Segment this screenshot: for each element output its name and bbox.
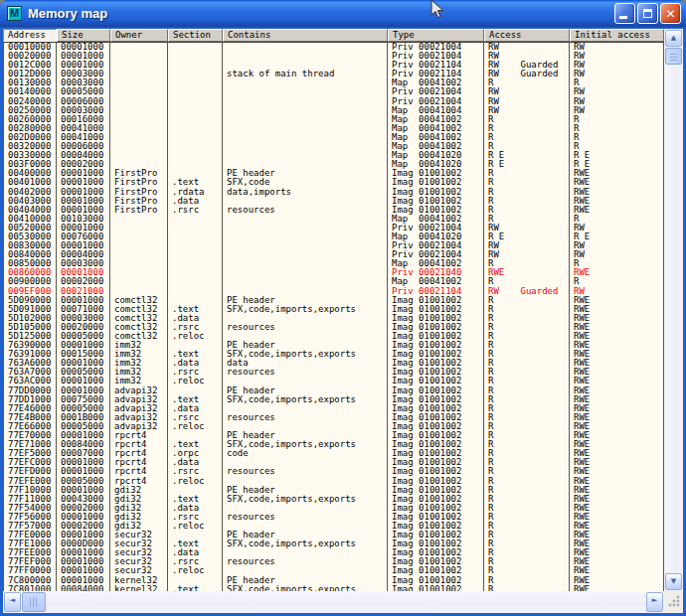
column-header-address[interactable]: Address (3, 29, 57, 42)
table-row[interactable]: 77F5400000002000gdi32.dataImag 01001002R… (3, 504, 664, 513)
table-row[interactable]: 0033000000004000Map 00041020R ER E (3, 151, 664, 160)
table-row[interactable]: 77E6600000005000advapi32.relocImag 01001… (3, 422, 664, 431)
resize-grip[interactable] (664, 591, 683, 613)
table-row[interactable]: 77EFC00000001000rpcrt4.dataImag 01001002… (3, 458, 664, 467)
cell-size: 00001000 (57, 557, 110, 566)
table-row[interactable]: 0084000000004000Priv 00021004RWRW (3, 250, 664, 259)
cell-access: R (484, 350, 570, 359)
table-row[interactable]: 77F1100000043000gdi32.textSFX,code,impor… (3, 495, 664, 504)
cell-size: 00020000 (57, 323, 110, 332)
table-row[interactable]: 0028000000041000Map 00041002RR (3, 124, 664, 133)
cell-size: 00041000 (57, 124, 110, 133)
cell-type: Imag 01001002 (388, 477, 484, 486)
table-row[interactable]: 0040300000001000FirstPro.dataImag 010010… (3, 197, 664, 206)
table-row[interactable]: 0026000000016000Map 00041002RR (3, 115, 664, 124)
table-row[interactable]: 763AC00000001000imm32.relocImag 01001002… (3, 377, 664, 385)
table-row[interactable]: 77FE000000001000secur32PE headerImag 010… (3, 531, 664, 539)
table-row[interactable]: 77E4B0000001B000advapi32.rsrcresourcesIm… (3, 413, 664, 422)
table-row[interactable]: 0053000000076000Map 00041020R ER E (3, 232, 664, 241)
cell-owner: gdi32 (110, 495, 168, 504)
table-row[interactable]: 0040000000001000FirstProPE headerImag 01… (3, 169, 664, 178)
table-row[interactable]: 77F5600000001000gdi32.rsrcresourcesImag … (3, 513, 664, 522)
table-row[interactable]: 0012C00000001000Priv 00021104RW GuardedR… (3, 61, 664, 70)
table-row[interactable]: 0012D00000003000stack of main threadPriv… (3, 70, 664, 78)
table-row[interactable]: 0040200000001000FirstPro.rdatadata,impor… (3, 188, 664, 197)
table-row[interactable]: 763A600000001000imm32.datadataImag 01001… (3, 359, 664, 368)
table-row[interactable]: 77F5700000002000gdi32.relocImag 01001002… (3, 522, 664, 531)
table-row[interactable]: 77DD100000075000advapi32.textSFX,code,im… (3, 395, 664, 404)
table-row[interactable]: 77E7000000001000rpcrt4PE headerImag 0100… (3, 431, 664, 440)
cell-section (168, 70, 223, 78)
vertical-scroll-track[interactable] (664, 65, 683, 572)
table-row[interactable]: 5D09100000071000comctl32.textSFX,code,im… (3, 305, 664, 314)
table-row[interactable]: 0083000000001000Priv 00021004RWRW (3, 241, 664, 250)
table-row[interactable]: 77EFD00000001000rpcrt4.rsrcresourcesImag… (3, 467, 664, 476)
table-row[interactable]: 77FF000000001000secur32.relocImag 010010… (3, 566, 664, 575)
table-row[interactable]: 0040400000001000FirstPro.rsrcresourcesIm… (3, 206, 664, 215)
vertical-scroll-thumb[interactable] (665, 48, 682, 65)
scroll-right-button[interactable]: ► (646, 592, 663, 612)
table-row[interactable]: 0041000000103000Map 00041002RR (3, 215, 664, 224)
table-row[interactable]: 5D10500000020000comctl32.rsrcresourcesIm… (3, 323, 664, 332)
scroll-up-button[interactable]: ▲ (665, 30, 682, 47)
close-button[interactable]: ✕ (660, 3, 681, 24)
horizontal-scroll-thumb[interactable] (22, 592, 46, 612)
table-row[interactable]: 5D09000000001000comctl32PE headerImag 01… (3, 296, 664, 305)
table-row[interactable]: 77FEF00000001000secur32.rsrcresourcesIma… (3, 557, 664, 566)
table-row[interactable]: 002D000000041000Map 00041002RR (3, 133, 664, 142)
column-header-owner[interactable]: Owner (110, 29, 168, 42)
cell-initial-access: RWE (570, 566, 664, 575)
cell-address: 00020000 (3, 52, 57, 61)
table-row[interactable]: 0040100000001000FirstPro.textSFX,codeIma… (3, 178, 664, 187)
table-row[interactable]: 77FEE00000001000secur32.dataImag 0100100… (3, 548, 664, 557)
table-row[interactable]: 0090000000002000Map 00041002RR (3, 277, 664, 286)
table-row[interactable]: 77EF500000007000rpcrt4.orpccodeImag 0100… (3, 449, 664, 458)
table-row[interactable]: 0024000000006000Priv 00021004RWRW (3, 97, 664, 106)
minimize-button[interactable] (614, 3, 635, 24)
table-row[interactable]: 77E7100000084000rpcrt4.textSFX,code,impo… (3, 440, 664, 449)
cell-owner (110, 160, 168, 169)
table-row[interactable]: 7C80000000001000kernel32PE headerImag 01… (3, 576, 664, 585)
scroll-left-button[interactable]: ◄ (4, 592, 21, 612)
table-row[interactable]: 0001000000001000Priv 00021004RWRW (3, 43, 664, 52)
table-row[interactable]: 009EF00000021000Priv 00021104RW GuardedR… (3, 287, 664, 296)
column-header-section[interactable]: Section (168, 29, 223, 42)
table-row[interactable]: 7639000000001000imm32PE headerImag 01001… (3, 341, 664, 350)
table-row[interactable]: 7639100000015000imm32.textSFX,code,impor… (3, 350, 664, 359)
column-header-type[interactable]: Type (388, 29, 484, 42)
table-row[interactable]: 0013000000003000Map 00041002RR (3, 78, 664, 87)
table-row[interactable]: 5D10200000003000comctl32.dataImag 010010… (3, 314, 664, 323)
table-row[interactable]: 0002000000001000Priv 00021004RWRW (3, 52, 664, 61)
table-row[interactable]: 0086000000001000Priv 00021040RWERWE (3, 268, 664, 277)
table-row[interactable]: 77FE10000000D000secur32.textSFX,code,imp… (3, 539, 664, 548)
table-row[interactable]: 0085000000003000Map 00041002RR (3, 259, 664, 268)
column-header-access[interactable]: Access (484, 29, 570, 42)
cell-type: Priv 00021004 (388, 52, 484, 61)
scroll-down-button[interactable]: ▼ (665, 573, 682, 590)
table-row[interactable]: 5D12500000005000comctl32.relocImag 01001… (3, 332, 664, 341)
cell-contains: SFX,code,imports,exports (223, 305, 388, 314)
table-row[interactable]: 0014000000005000Priv 00021004RWRW (3, 87, 664, 96)
column-header-size[interactable]: Size (57, 29, 110, 42)
title-bar[interactable]: M Memory map ✕ (0, 0, 686, 29)
cell-section (168, 224, 223, 232)
cell-access: RW (484, 52, 570, 61)
maximize-button[interactable] (637, 3, 658, 24)
table-row[interactable]: 0032000000006000Map 00041002RR (3, 142, 664, 151)
table-row[interactable]: 77DD000000001000advapi32PE headerImag 01… (3, 386, 664, 395)
table-row[interactable]: 003F000000002000Map 00041020R ER E (3, 160, 664, 169)
horizontal-scrollbar[interactable]: ◄ ► (3, 591, 664, 613)
table-row[interactable]: 763A700000005000imm32.rsrcresourcesImag … (3, 368, 664, 377)
cell-size: 00001000 (57, 531, 110, 539)
column-header-initial-access[interactable]: Initial access (570, 29, 664, 42)
table-row[interactable]: 77EFE00000005000rpcrt4.relocImag 0100100… (3, 477, 664, 486)
table-row[interactable]: 0052000000001000Priv 00021004RWRW (3, 224, 664, 232)
horizontal-scroll-track[interactable] (46, 591, 645, 613)
table-row[interactable]: 77F1000000001000gdi32PE headerImag 01001… (3, 486, 664, 495)
table-row[interactable]: 77E4600000005000advapi32.dataImag 010010… (3, 404, 664, 413)
cell-size: 00005000 (57, 477, 110, 486)
column-header-contains[interactable]: Contains (223, 29, 388, 42)
vertical-scrollbar[interactable]: ▲ ▼ (664, 29, 683, 591)
table-row[interactable]: 0025000000003000Map 00041004RWRW (3, 106, 664, 115)
cell-type: Imag 01001002 (388, 178, 484, 187)
